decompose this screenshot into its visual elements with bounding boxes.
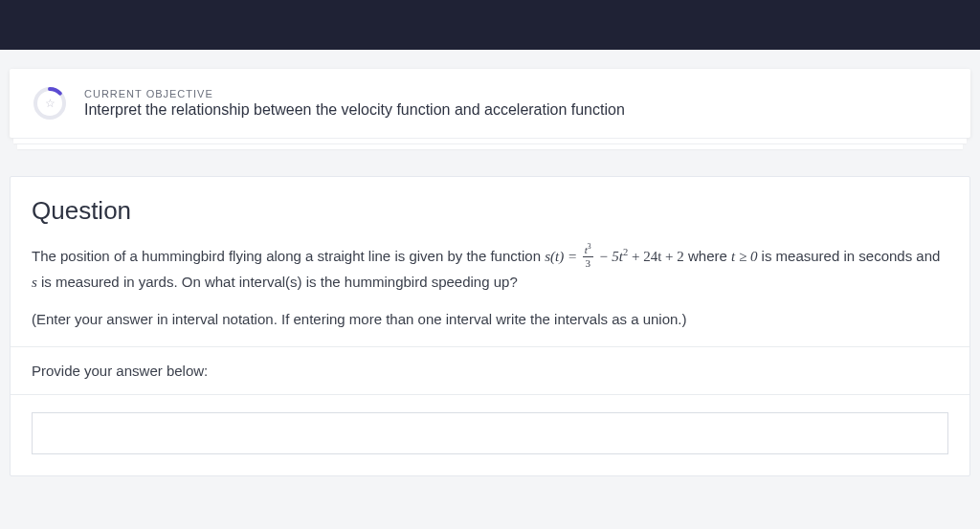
condition: t ≥ 0 [731,249,757,264]
objective-text: Interpret the relationship between the v… [84,101,625,119]
body-end: is measured in yards. On what interval(s… [37,274,518,290]
answer-input[interactable] [32,412,948,454]
star-icon: ☆ [33,86,67,121]
body-mid: where [684,248,731,264]
question-body: The position of a hummingbird flying alo… [32,245,948,294]
question-card: Question The position of a hummingbird f… [10,176,970,476]
objective-text-block: CURRENT OBJECTIVE Interpret the relation… [84,88,625,119]
content-area: ☆ CURRENT OBJECTIVE Interpret the relati… [0,69,980,476]
fraction: t33 [583,243,593,269]
progress-ring-icon: ☆ [33,86,67,121]
objective-card: ☆ CURRENT OBJECTIVE Interpret the relati… [10,69,970,138]
math-expression: s(t) = t33 − 5t2 + 24t + 2 [545,249,684,264]
question-heading: Question [32,196,948,226]
question-hint: (Enter your answer in interval notation.… [32,311,948,327]
answer-label: Provide your answer below: [11,346,969,395]
answer-box-wrap [11,395,969,475]
objective-label: CURRENT OBJECTIVE [84,88,625,99]
card-stack-layer [17,143,963,149]
app-header [0,0,980,50]
body-post: is measured in seconds and [757,248,940,264]
body-pre: The position of a hummingbird flying alo… [32,248,545,264]
